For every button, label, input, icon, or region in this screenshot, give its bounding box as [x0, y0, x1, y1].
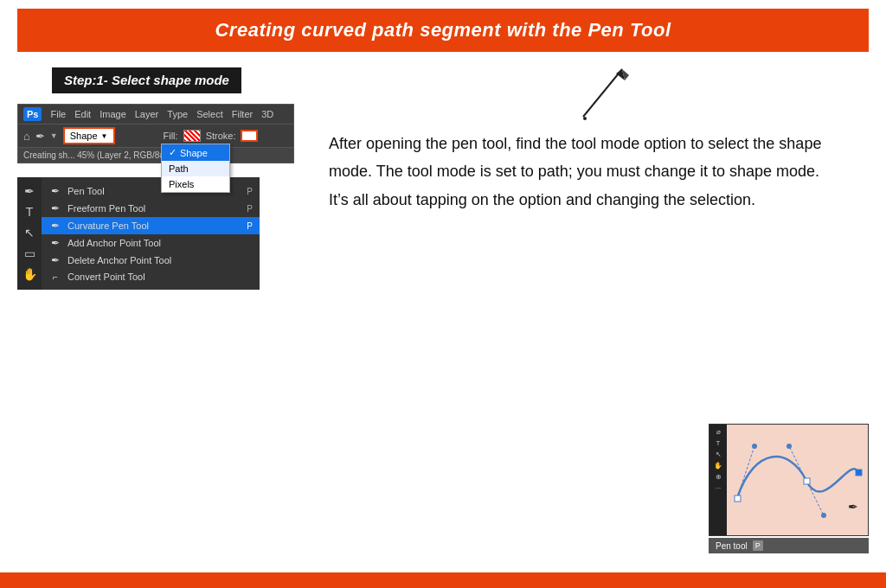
svg-point-11	[786, 444, 792, 449]
stroke-label: Stroke:	[206, 131, 236, 141]
tooltip-hand-icon: ✋	[714, 462, 722, 470]
pen-tool-label: Pen tool	[716, 541, 748, 551]
dropdown-arrow-icon: ▼	[101, 132, 108, 140]
ps-options-bar: ⌂ ✒ ▼ Shape ▼ ✓ Shape Path	[18, 124, 293, 147]
home-icon[interactable]: ⌂	[23, 130, 30, 143]
menu-file[interactable]: File	[50, 109, 66, 119]
tooltip-t-icon: T	[716, 439, 721, 447]
ps-toolbar-screenshot: Ps File Edit Image Layer Type Select Fil…	[17, 104, 294, 163]
fill-swatch[interactable]	[183, 130, 201, 142]
left-panel: Ps File Edit Image Layer Type Select Fil…	[17, 104, 294, 290]
main-content: Ps File Edit Image Layer Type Select Fil…	[0, 104, 886, 290]
shape-mode-dropdown[interactable]: Shape ▼	[63, 127, 115, 144]
page-title: Creating curved path segment with the Pe…	[35, 19, 851, 42]
ps-icon: Ps	[23, 107, 42, 121]
header-banner: Creating curved path segment with the Pe…	[17, 9, 869, 52]
tooltip-dots-icon: ···	[716, 484, 722, 492]
freeform-pen-name: Freeform Pen Tool	[67, 203, 241, 214]
tools-left-icons: ✒ T ↖ ▭ ✋	[17, 177, 42, 290]
tab-text: Creating sh... 45% (Layer 2, RGB/8#) *	[23, 150, 173, 160]
ps-tab-bar: Creating sh... 45% (Layer 2, RGB/8#) *	[18, 147, 293, 163]
add-anchor-icon: ✒	[48, 237, 62, 249]
menu-filter[interactable]: Filter	[232, 109, 253, 119]
pixels-option-label: Pixels	[169, 179, 194, 189]
tooltip-sidebar: ⌀ T ↖ ✋ ⊕ ···	[709, 425, 727, 535]
description-text: After opening the pen tool, find the too…	[329, 130, 843, 214]
tooltip-label-bar: Pen tool P	[709, 538, 869, 553]
delete-anchor-tool-row[interactable]: ✒ Delete Anchor Point Tool	[42, 252, 260, 269]
menu-layer[interactable]: Layer	[135, 109, 159, 119]
svg-text:✒: ✒	[848, 500, 858, 514]
curvature-pen-tool-row[interactable]: ✒ Curvature Pen Tool P	[42, 217, 260, 234]
fill-label: Fill:	[164, 131, 178, 141]
tools-list: ✒ Pen Tool P ✒ Freeform Pen Tool P ✒ Cur…	[42, 182, 260, 284]
step-text: Step:1- Select shape mode	[64, 73, 229, 87]
hand-side-icon: ✋	[21, 265, 39, 283]
step-label: Step:1- Select shape mode	[0, 61, 886, 100]
curvature-pen-icon: ✒	[48, 220, 62, 232]
checkmark-icon: ✓	[169, 147, 177, 158]
dropdown-path-option[interactable]: Path	[162, 161, 229, 176]
pen-options-icon[interactable]: ✒	[35, 130, 45, 143]
svg-point-10	[752, 444, 757, 449]
add-anchor-tool-row[interactable]: ✒ Add Anchor Point Tool	[42, 234, 260, 252]
tooltip-canvas: ⌀ T ↖ ✋ ⊕ ··· ✒	[709, 424, 869, 536]
svg-line-0	[583, 69, 622, 117]
shape-dropdown-menu: ✓ Shape Path Pixels	[161, 144, 230, 193]
pen-tool-tooltip: ⌀ T ↖ ✋ ⊕ ··· ✒ Pen tool	[709, 424, 869, 553]
ps-menu-bar: Ps File Edit Image Layer Type Select Fil…	[18, 105, 293, 124]
svg-line-5	[806, 481, 824, 515]
convert-point-tool-row[interactable]: ⌐ Convert Point Tool	[42, 269, 260, 284]
chevron-icon: ▼	[50, 131, 58, 140]
menu-select[interactable]: Select	[196, 109, 223, 119]
tooltip-shortcut-badge: P	[753, 540, 763, 551]
right-panel: After opening the pen tool, find the too…	[294, 104, 869, 290]
pen-illustration	[575, 56, 644, 129]
shape-option-label: Shape	[180, 148, 208, 158]
freeform-pen-icon: ✒	[48, 202, 62, 214]
dropdown-shape-option[interactable]: ✓ Shape	[162, 144, 229, 161]
pen-tool-shortcut: P	[247, 187, 253, 196]
delete-anchor-name: Delete Anchor Point Tool	[67, 255, 247, 265]
tools-panel-screenshot: ✒ T ↖ ▭ ✋ ✒ Pen Tool P ✒ Freeform Pen To…	[17, 177, 260, 290]
add-anchor-name: Add Anchor Point Tool	[67, 238, 247, 248]
pen-tool-icon: ✒	[48, 185, 62, 197]
curvature-pen-name: Curvature Pen Tool	[67, 220, 241, 231]
svg-rect-8	[804, 478, 810, 484]
tooltip-search-icon: ⊕	[716, 473, 722, 481]
svg-point-3	[583, 117, 587, 120]
delete-anchor-icon: ✒	[48, 254, 62, 266]
freeform-pen-tool-row[interactable]: ✒ Freeform Pen Tool P	[42, 200, 260, 217]
menu-type[interactable]: Type	[167, 109, 188, 119]
svg-rect-7	[735, 495, 741, 502]
path-option-label: Path	[169, 163, 189, 174]
rect-side-icon: ▭	[22, 245, 37, 262]
menu-image[interactable]: Image	[100, 109, 126, 119]
stroke-swatch[interactable]	[241, 130, 258, 142]
curvature-pen-shortcut: P	[247, 221, 253, 231]
convert-point-name: Convert Point Tool	[67, 272, 247, 282]
shape-label: Shape	[70, 131, 98, 141]
tooltip-arrow-icon: ↖	[716, 451, 722, 458]
pen-side-icon: ✒	[22, 182, 36, 200]
svg-rect-9	[856, 470, 862, 476]
convert-point-icon: ⌐	[48, 272, 62, 282]
menu-edit[interactable]: Edit	[74, 109, 91, 119]
type-side-icon: T	[24, 203, 35, 220]
bottom-bar	[0, 572, 886, 588]
freeform-pen-shortcut: P	[247, 204, 253, 214]
tooltip-slash-icon: ⌀	[716, 428, 721, 436]
select-side-icon: ↖	[22, 224, 36, 241]
bezier-curve-svg: ✒	[729, 429, 867, 533]
dropdown-pixels-option[interactable]: Pixels	[162, 176, 229, 192]
svg-point-12	[821, 513, 826, 518]
menu-3d[interactable]: 3D	[261, 109, 273, 119]
